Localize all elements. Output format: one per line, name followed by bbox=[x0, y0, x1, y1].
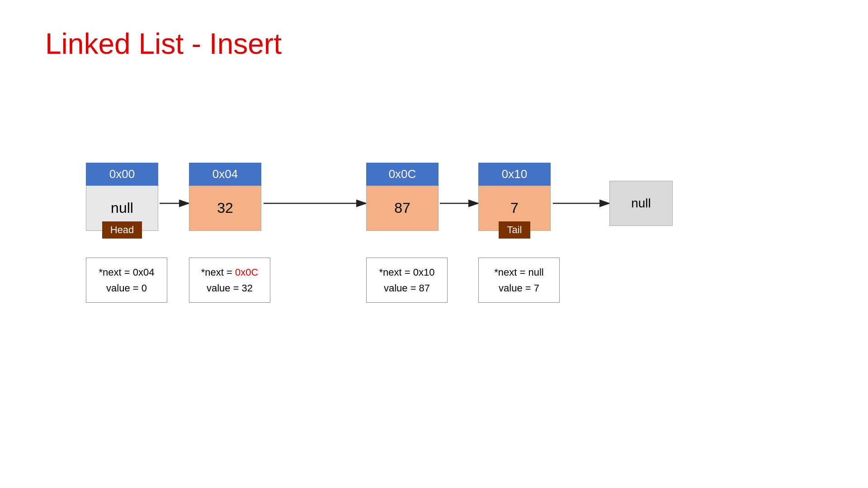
node-1-box: 0x04 32 bbox=[189, 163, 261, 231]
node-2-box: 0x0C 87 bbox=[366, 163, 439, 231]
info-3-next: *next = null bbox=[494, 267, 543, 278]
node-3-label: Tail bbox=[499, 221, 530, 239]
null-terminal: null bbox=[609, 181, 673, 226]
info-box-3: *next = null value = 7 bbox=[478, 258, 560, 303]
node-3-value: 7 Tail bbox=[478, 186, 551, 231]
node-0-value: null Head bbox=[86, 186, 158, 231]
info-0-value: value = 0 bbox=[106, 282, 147, 294]
node-0-label: Head bbox=[102, 221, 142, 239]
info-2-value: value = 87 bbox=[384, 282, 430, 294]
diagram-area: 0x00 null Head 0x04 32 0x0C 87 0x10 7 Ta… bbox=[45, 145, 814, 371]
info-box-2: *next = 0x10 value = 87 bbox=[366, 258, 448, 303]
info-3-value: value = 7 bbox=[499, 282, 539, 294]
node-1-address: 0x04 bbox=[189, 163, 261, 186]
info-2-next: *next = 0x10 bbox=[379, 267, 435, 278]
node-2: 0x0C 87 bbox=[366, 163, 439, 231]
node-1-value: 32 bbox=[189, 186, 261, 231]
info-box-0: *next = 0x04 value = 0 bbox=[86, 258, 167, 303]
info-box-1: *next = 0x0C value = 32 bbox=[189, 258, 270, 303]
node-0-box: 0x00 null Head bbox=[86, 163, 158, 231]
info-0-next: *next = 0x04 bbox=[99, 267, 155, 278]
info-1-next-highlight: 0x0C bbox=[235, 267, 258, 278]
node-1: 0x04 32 bbox=[189, 163, 261, 231]
node-3: 0x10 7 Tail bbox=[478, 163, 551, 231]
node-0: 0x00 null Head bbox=[86, 163, 158, 231]
info-1-value: value = 32 bbox=[207, 282, 253, 294]
node-3-address: 0x10 bbox=[478, 163, 551, 186]
page-title: Linked List - Insert bbox=[45, 27, 282, 61]
info-1-next: *next = 0x0C bbox=[201, 267, 259, 278]
node-3-box: 0x10 7 Tail bbox=[478, 163, 551, 231]
node-2-value: 87 bbox=[366, 186, 439, 231]
null-box: null bbox=[609, 181, 673, 226]
node-0-address: 0x00 bbox=[86, 163, 158, 186]
node-2-address: 0x0C bbox=[366, 163, 439, 186]
